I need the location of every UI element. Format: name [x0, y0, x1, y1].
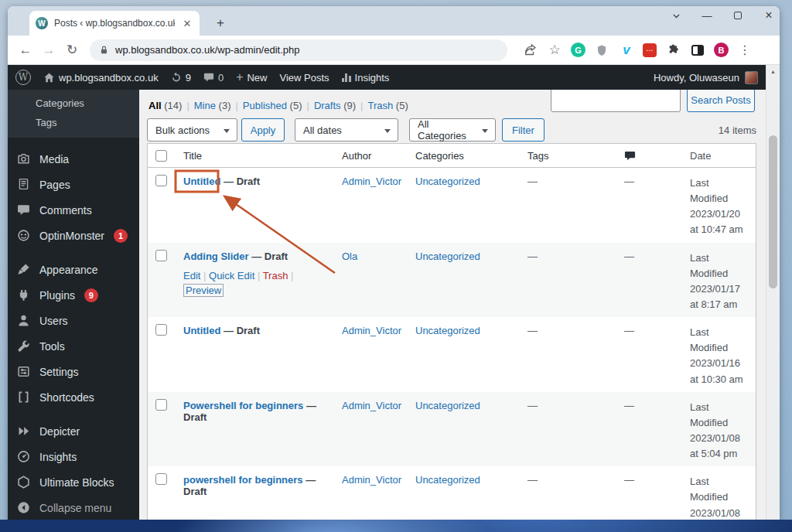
comment-bubble-icon[interactable]	[624, 150, 636, 162]
page-scrollbar[interactable]: ▲	[766, 65, 780, 521]
category-link[interactable]: Uncategorized	[415, 251, 480, 262]
posts-table: Title Author Categories Tags Date Untitl…	[147, 143, 756, 521]
dates-filter-select[interactable]: All dates	[295, 118, 398, 142]
sidebar-item-users[interactable]: Users	[8, 308, 139, 333]
browser-tab[interactable]: W Posts ‹ wp.blogsandbox.co.uk — ✕	[29, 11, 200, 36]
admin-bar-updates[interactable]: 9	[171, 72, 191, 84]
wp-sidebar: CategoriesTags MediaPagesCommentsOptinMo…	[8, 90, 139, 521]
table-row: Adding Slider — DraftEdit | Quick Edit |…	[148, 243, 756, 318]
post-title-link[interactable]: Powershell for beginners	[183, 400, 303, 411]
category-link[interactable]: Uncategorized	[415, 176, 480, 187]
minimize-button[interactable]: —	[701, 9, 713, 22]
view-filter-all[interactable]: All (14)	[148, 100, 182, 111]
row-action-edit[interactable]: Edit	[183, 270, 200, 281]
view-filter-mine[interactable]: Mine (3)	[194, 100, 231, 111]
maximize-button[interactable]	[732, 9, 744, 22]
row-checkbox[interactable]	[155, 473, 167, 485]
post-title-link[interactable]: powershell for beginners	[183, 474, 303, 486]
category-link[interactable]: Uncategorized	[415, 474, 480, 486]
view-filter-drafts[interactable]: Drafts (9)	[314, 100, 356, 111]
row-checkbox[interactable]	[155, 324, 167, 336]
sidebar-item-settings[interactable]: Settings	[8, 359, 139, 384]
post-title-link[interactable]: Untitled	[183, 325, 220, 336]
sidebar-item-label: Plugins	[39, 289, 75, 302]
apply-button[interactable]: Apply	[241, 118, 285, 142]
row-checkbox[interactable]	[155, 399, 167, 411]
scrollbar-up-arrow[interactable]: ▲	[766, 65, 780, 77]
share-icon[interactable]	[521, 42, 538, 59]
admin-bar-account[interactable]: Howdy, Oluwaseun	[654, 71, 758, 84]
sidebar-item-tools[interactable]: Tools	[8, 333, 139, 359]
submenu-item-categories[interactable]: Categories	[36, 97, 139, 109]
select-all-checkbox[interactable]	[155, 150, 167, 162]
author-link[interactable]: Admin_Victor	[342, 176, 401, 187]
sidebar-item-collapse-menu[interactable]: Collapse menu	[8, 495, 139, 520]
view-filter-published[interactable]: Published (5)	[243, 100, 302, 111]
side-panel-icon[interactable]	[689, 42, 706, 59]
admin-bar-view-posts[interactable]: View Posts	[279, 72, 329, 84]
post-title-link[interactable]: Untitled	[183, 176, 220, 187]
category-link[interactable]: Uncategorized	[415, 325, 480, 336]
admin-bar-site-link[interactable]: wp.blogsandbox.co.uk	[43, 72, 159, 84]
new-tab-button[interactable]: +	[210, 13, 230, 33]
sidebar-item-optinmonster[interactable]: OptinMonster1	[8, 223, 139, 248]
tab-search-chevron-icon[interactable]	[670, 9, 682, 22]
admin-bar-comments[interactable]: 0	[203, 72, 224, 84]
author-link[interactable]: Admin_Victor	[342, 474, 401, 486]
author-link[interactable]: Admin_Victor	[342, 325, 401, 336]
author-link[interactable]: Admin_Victor	[342, 400, 401, 411]
sidebar-item-shortcodes[interactable]: Shortcodes	[8, 384, 139, 410]
view-filter-trash[interactable]: Trash (5)	[367, 100, 408, 111]
wrench-icon	[17, 339, 30, 353]
title-cell: Adding Slider — DraftEdit | Quick Edit |…	[177, 243, 336, 318]
filter-button[interactable]: Filter	[502, 118, 544, 142]
row-action-preview[interactable]: Preview	[183, 284, 224, 297]
bookmark-star-icon[interactable]: ☆	[546, 42, 563, 59]
extensions-puzzle-icon[interactable]	[664, 42, 681, 59]
sidebar-item-plugins[interactable]: Plugins9	[8, 282, 139, 308]
submenu-item-tags[interactable]: Tags	[36, 117, 139, 128]
kebab-menu-icon[interactable]: ⋮	[736, 42, 753, 59]
date-cell: Last Modified 2023/01/20 at 10:47 am	[684, 168, 756, 243]
post-title-link[interactable]: Adding Slider	[183, 251, 249, 262]
url-text: wp.blogsandbox.co.uk/wp-admin/edit.php	[115, 44, 299, 56]
red-extension-icon[interactable]: ⋯	[643, 43, 657, 57]
admin-bar-insights[interactable]: Insights	[342, 72, 390, 84]
row-checkbox[interactable]	[155, 250, 167, 261]
sidebar-item-pages[interactable]: Pages	[8, 172, 139, 197]
sidebar-item-insights[interactable]: Insights	[8, 444, 139, 469]
sidebar-item-comments[interactable]: Comments	[8, 197, 139, 223]
row-action-quick-edit[interactable]: Quick Edit	[209, 270, 254, 281]
grammarly-extension-icon[interactable]: G	[571, 43, 585, 57]
sidebar-item-label: Pages	[39, 179, 70, 191]
sidebar-item-depicter[interactable]: Depicter	[8, 418, 139, 444]
wp-logo-icon[interactable]: W	[15, 70, 31, 85]
depicter-icon	[17, 425, 30, 438]
tab-close-icon[interactable]: ✕	[181, 18, 193, 29]
row-checkbox[interactable]	[155, 175, 167, 186]
profile-avatar[interactable]: B	[714, 43, 729, 57]
search-posts-button[interactable]: Search Posts	[687, 88, 755, 112]
column-date[interactable]: Date	[684, 150, 756, 162]
author-link[interactable]: Ola	[342, 251, 357, 262]
admin-bar-new[interactable]: + New	[236, 70, 267, 84]
forward-button[interactable]: →	[39, 40, 59, 60]
search-input[interactable]	[551, 87, 681, 112]
category-link[interactable]: Uncategorized	[415, 400, 480, 411]
row-action-trash[interactable]: Trash	[263, 270, 288, 281]
shield-extension-icon[interactable]	[593, 42, 610, 59]
bulk-actions-select[interactable]: Bulk actions	[147, 118, 237, 142]
reload-button[interactable]: ↻	[62, 40, 82, 60]
column-title[interactable]: Title	[177, 150, 336, 162]
categories-filter-select[interactable]: All Categories	[409, 118, 496, 142]
sidebar-item-media[interactable]: Media	[8, 146, 139, 172]
address-bar[interactable]: wp.blogsandbox.co.uk/wp-admin/edit.php	[90, 39, 507, 61]
sidebar-item-ultimate-blocks[interactable]: Ultimate Blocks	[8, 469, 139, 495]
sidebar-item-appearance[interactable]: Appearance	[8, 257, 139, 282]
vimeo-extension-icon[interactable]: v	[618, 42, 635, 59]
scrollbar-thumb[interactable]	[769, 135, 777, 288]
sidebar-menu: MediaPagesCommentsOptinMonster1Appearanc…	[8, 146, 139, 520]
column-tags: Tags	[521, 150, 618, 162]
close-button[interactable]: ×	[763, 9, 775, 22]
back-button[interactable]: ←	[15, 40, 36, 60]
